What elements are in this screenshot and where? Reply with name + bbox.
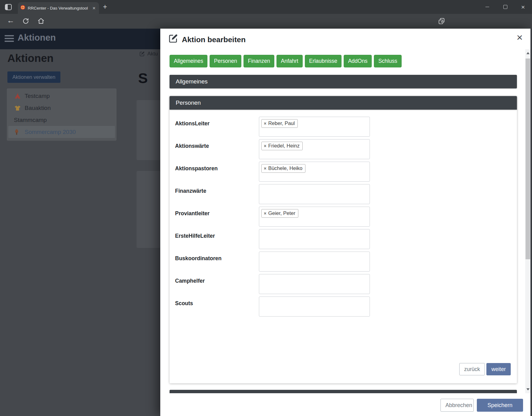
person-select-input[interactable]: × Büchele, Heiko bbox=[259, 162, 370, 182]
site-favicon-icon bbox=[20, 5, 25, 11]
content-heading-partial: S bbox=[138, 70, 148, 87]
list-item-label: Testcamp bbox=[25, 93, 50, 99]
selected-person-tag: × Reber, Paul bbox=[261, 119, 298, 128]
person-select-input[interactable] bbox=[259, 252, 370, 272]
browser-toolbar: ← https://rrcenter.de/indexAktionen.php … bbox=[0, 14, 532, 29]
field-label: ErsteHilfeLeiter bbox=[175, 229, 259, 249]
tab-close-icon[interactable]: × bbox=[92, 6, 96, 11]
person-name: Reber, Paul bbox=[268, 120, 295, 126]
list-item[interactable]: Stammcamp bbox=[8, 114, 115, 126]
scroll-up-icon[interactable] bbox=[526, 52, 530, 54]
remove-tag-icon[interactable]: × bbox=[264, 211, 266, 216]
field-label: Proviantleiter bbox=[175, 207, 259, 227]
section-header-label: Personen bbox=[176, 99, 201, 106]
person-select-input[interactable] bbox=[259, 297, 370, 317]
person-select-input[interactable]: × Friedel, Heinz bbox=[259, 139, 370, 159]
person-select-input[interactable] bbox=[259, 184, 370, 204]
wizard-tabs: AllgemeinesPersonenFinanzenAnfahrtErlaub… bbox=[170, 55, 402, 67]
maximize-icon bbox=[503, 5, 507, 9]
modal-title: Aktion bearbeiten bbox=[182, 35, 246, 44]
personen-form: AktionsLeiter × Reber, Paul Aktionswärte bbox=[175, 117, 511, 319]
field-label: Aktionspastoren bbox=[175, 162, 259, 182]
back-icon[interactable]: ← bbox=[7, 16, 14, 25]
wizard-tab-button[interactable]: AddOns bbox=[344, 55, 372, 67]
form-row: Aktionspastoren × Büchele, Heiko bbox=[175, 162, 511, 182]
new-tab-button[interactable]: + bbox=[103, 3, 107, 11]
list-item[interactable]: Bauaktion bbox=[8, 102, 115, 114]
window-minimize-button[interactable] bbox=[478, 0, 496, 14]
save-button[interactable]: Speichern bbox=[477, 399, 523, 412]
remove-tag-icon[interactable]: × bbox=[264, 121, 266, 126]
edit-icon bbox=[139, 51, 145, 57]
personen-section-card: Personen AktionsLeiter × Reber, Paul Akt bbox=[170, 96, 517, 383]
person-select-input[interactable] bbox=[259, 274, 370, 294]
actions-list-card: Testcamp Bauaktion Stammcamp bbox=[7, 88, 117, 141]
form-row: Finanzwärte bbox=[175, 184, 511, 204]
cancel-button[interactable]: Abbrechen bbox=[440, 399, 474, 412]
breadcrumb: Aktu bbox=[139, 51, 158, 57]
next-button[interactable]: weiter bbox=[486, 363, 511, 375]
browser-tab[interactable]: RRCenter - Das Verwaltungstool × bbox=[18, 2, 99, 14]
remove-tag-icon[interactable]: × bbox=[264, 166, 266, 171]
home-icon[interactable] bbox=[37, 17, 45, 26]
field-label: Finanzwärte bbox=[175, 184, 259, 204]
wizard-tab-button[interactable]: Schluss bbox=[374, 55, 401, 67]
torch-icon bbox=[14, 129, 21, 135]
collections-icon[interactable] bbox=[438, 17, 445, 26]
background-card-edge bbox=[137, 100, 160, 160]
list-item-label: Stammcamp bbox=[14, 117, 47, 123]
section-header-allgemeines[interactable]: Allgemeines bbox=[170, 75, 517, 88]
hamburger-menu-icon[interactable] bbox=[5, 35, 14, 43]
person-name: Geier, Peter bbox=[268, 210, 295, 216]
wizard-tab-button[interactable]: Erlaubnisse bbox=[305, 55, 342, 67]
window-close-button[interactable]: × bbox=[514, 0, 532, 14]
wizard-tab-button[interactable]: Allgemeines bbox=[170, 55, 207, 67]
person-select-input[interactable] bbox=[259, 229, 370, 249]
wizard-tab-button[interactable]: Personen bbox=[210, 55, 241, 67]
collapsed-section-bar-partial[interactable] bbox=[170, 390, 517, 393]
form-row: Proviantleiter × Geier, Peter bbox=[175, 207, 511, 227]
browser-window: RRCenter - Das Verwaltungstool × + × ← h… bbox=[0, 0, 532, 416]
form-row: Scouts bbox=[175, 297, 511, 317]
refresh-icon[interactable] bbox=[22, 18, 29, 26]
edit-icon bbox=[168, 34, 178, 43]
wizard-tab-button[interactable]: Anfahrt bbox=[276, 55, 302, 67]
tab-activity-icon[interactable] bbox=[4, 3, 12, 11]
modal-backdrop-edge bbox=[530, 29, 532, 416]
person-select-input[interactable]: × Reber, Paul bbox=[259, 117, 370, 137]
form-row: ErsteHilfeLeiter bbox=[175, 229, 511, 249]
tent-icon bbox=[14, 93, 21, 99]
browser-titlebar: RRCenter - Das Verwaltungstool × + × bbox=[0, 0, 532, 14]
scrollbar-thumb[interactable] bbox=[526, 59, 530, 259]
wizard-nav-buttons: zurück weiter bbox=[459, 363, 511, 375]
person-name: Büchele, Heiko bbox=[268, 165, 302, 171]
window-maximize-button[interactable] bbox=[496, 0, 514, 14]
remove-tag-icon[interactable]: × bbox=[264, 144, 266, 148]
form-row: AktionsLeiter × Reber, Paul bbox=[175, 117, 511, 137]
form-row: Camphelfer bbox=[175, 274, 511, 294]
selected-person-tag: × Friedel, Heinz bbox=[261, 142, 303, 150]
manage-actions-button[interactable]: Aktionen verwalten bbox=[7, 71, 60, 83]
list-item[interactable]: Sommercamp 2030 bbox=[8, 126, 115, 138]
field-label: Buskoordinatoren bbox=[175, 252, 259, 272]
wizard-tab-button[interactable]: Finanzen bbox=[243, 55, 274, 67]
minimize-icon bbox=[485, 7, 489, 7]
back-button[interactable]: zurück bbox=[459, 363, 485, 375]
background-card-edge bbox=[137, 171, 160, 248]
modal-scrollbar[interactable] bbox=[525, 49, 530, 393]
field-label: Scouts bbox=[175, 297, 259, 317]
list-item[interactable]: Testcamp bbox=[8, 90, 115, 102]
form-row: Buskoordinatoren bbox=[175, 252, 511, 272]
person-select-input[interactable]: × Geier, Peter bbox=[259, 207, 370, 227]
shirt-icon bbox=[14, 105, 21, 111]
breadcrumb-label: Aktu bbox=[147, 51, 158, 57]
field-label: AktionsLeiter bbox=[175, 117, 259, 137]
person-name: Friedel, Heinz bbox=[268, 143, 300, 149]
list-item-label: Sommercamp 2030 bbox=[25, 129, 76, 135]
form-row: Aktionswärte × Friedel, Heinz bbox=[175, 139, 511, 159]
scroll-down-icon[interactable] bbox=[526, 388, 530, 390]
section-header-personen[interactable]: Personen bbox=[170, 96, 517, 110]
tab-title: RRCenter - Das Verwaltungstool bbox=[28, 6, 92, 10]
modal-close-icon[interactable]: × bbox=[514, 31, 526, 43]
page-title: Aktionen bbox=[7, 52, 54, 64]
